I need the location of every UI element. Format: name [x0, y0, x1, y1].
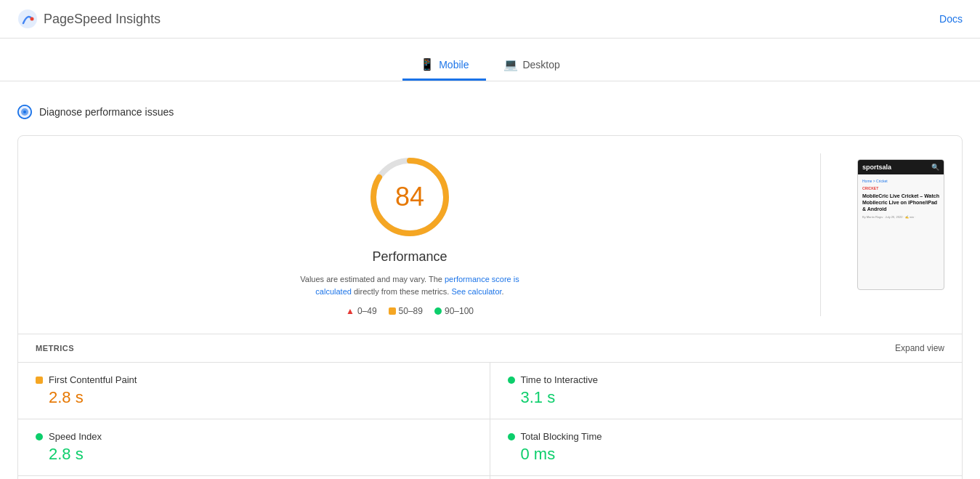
screenshot-search-icon: 🔍: [931, 164, 939, 171]
legend-average-label: 50–89: [399, 306, 423, 316]
svg-point-1: [31, 17, 34, 21]
pagespeed-logo-icon: [17, 9, 38, 29]
tab-desktop-label: Desktop: [522, 59, 559, 71]
legend-fail-label: 0–49: [357, 306, 377, 316]
metric-name-tti: Time to Interactive: [521, 374, 598, 385]
metric-cell-lcp: Largest Contentful Paint 3.7 s: [18, 476, 490, 479]
metric-indicator-tti: [508, 377, 515, 384]
vertical-divider: [820, 153, 821, 316]
docs-link[interactable]: Docs: [939, 13, 963, 25]
metric-value-tbt: 0 ms: [508, 445, 945, 464]
tab-mobile-label: Mobile: [439, 59, 469, 71]
metric-name-tbt: Total Blocking Time: [521, 431, 602, 442]
metric-name-row-tti: Time to Interactive: [508, 374, 945, 385]
legend-pass-label: 90–100: [445, 306, 474, 316]
diagnose-label: Diagnose performance issues: [39, 106, 174, 118]
screenshot-body: Home > Cricket CRICKET MobileCric Live C…: [858, 174, 944, 289]
metric-indicator-tbt: [508, 433, 515, 440]
metric-value-si: 2.8 s: [36, 445, 472, 464]
metric-name-row-si: Speed Index: [36, 431, 472, 442]
tab-desktop[interactable]: 💻 Desktop: [486, 50, 577, 81]
screenshot-meta: By Martin Regis · July 26, 2022 · ✍ min …: [862, 215, 939, 219]
legend-fail: ▲ 0–49: [346, 306, 377, 316]
legend-pass-icon: [434, 307, 442, 315]
expand-view-button[interactable]: Expand view: [895, 343, 944, 353]
metric-name-fcp: First Contentful Paint: [49, 374, 137, 385]
score-area: 84 Performance Values are estimated and …: [36, 153, 784, 316]
screenshot-category: CRICKET: [862, 186, 939, 190]
metric-value-tti: 3.1 s: [508, 388, 945, 407]
app-title: PageSpeed Insights: [44, 12, 161, 27]
main-card: 84 Performance Values are estimated and …: [17, 135, 963, 479]
metric-cell-cls: Cumulative Layout Shift 0.016: [490, 476, 963, 479]
metrics-title: METRICS: [36, 344, 74, 353]
screenshot-site-name: sportsala: [862, 164, 891, 171]
performance-section: 84 Performance Values are estimated and …: [18, 136, 962, 334]
screenshot-area: sportsala 🔍 Home > Cricket CRICKET Mobil…: [857, 153, 944, 316]
mobile-icon: 📱: [420, 57, 434, 71]
performance-score: 84: [395, 182, 424, 212]
metric-cell-fcp: First Contentful Paint 2.8 s: [18, 363, 490, 419]
screenshot-breadcrumb: Home > Cricket: [862, 179, 939, 183]
metric-name-row-tbt: Total Blocking Time: [508, 431, 945, 442]
screenshot-mock: sportsala 🔍 Home > Cricket CRICKET Mobil…: [857, 159, 944, 290]
legend-fail-icon: ▲: [346, 306, 355, 316]
header: PageSpeed Insights Docs: [0, 0, 980, 39]
diagnose-icon: [17, 105, 32, 119]
metric-value-fcp: 2.8 s: [36, 388, 472, 407]
score-legend: ▲ 0–49 50–89 90–100: [346, 306, 474, 316]
tab-mobile[interactable]: 📱 Mobile: [402, 50, 486, 81]
metric-cell-si: Speed Index 2.8 s: [18, 419, 490, 476]
diagnose-section: Diagnose performance issues: [0, 96, 980, 128]
metric-cell-tti: Time to Interactive 3.1 s: [490, 363, 963, 419]
metric-name-si: Speed Index: [49, 431, 102, 442]
screenshot-header: sportsala 🔍: [858, 160, 944, 174]
svg-point-4: [23, 110, 26, 113]
desktop-icon: 💻: [503, 57, 518, 71]
metric-name-row-fcp: First Contentful Paint: [36, 374, 472, 385]
legend-average: 50–89: [389, 306, 423, 316]
metrics-grid: First Contentful Paint 2.8 s Time to Int…: [18, 362, 962, 479]
legend-average-icon: [389, 307, 396, 315]
svg-point-0: [18, 9, 37, 28]
screenshot-title: MobileCric Live Cricket – Watch Mobilecr…: [862, 193, 939, 212]
metrics-header: METRICS Expand view: [18, 334, 962, 362]
metric-cell-tbt: Total Blocking Time 0 ms: [490, 419, 963, 476]
logo-area: PageSpeed Insights: [17, 9, 161, 29]
score-circle: 84: [366, 153, 453, 241]
tabs-container: 📱 Mobile 💻 Desktop: [0, 39, 980, 81]
calculator-link[interactable]: See calculator: [451, 287, 501, 296]
metric-indicator-fcp: [36, 377, 43, 384]
metric-indicator-si: [36, 433, 43, 440]
legend-pass: 90–100: [434, 306, 474, 316]
performance-label: Performance: [372, 249, 447, 265]
score-note: Values are estimated and may vary. The p…: [293, 273, 526, 297]
